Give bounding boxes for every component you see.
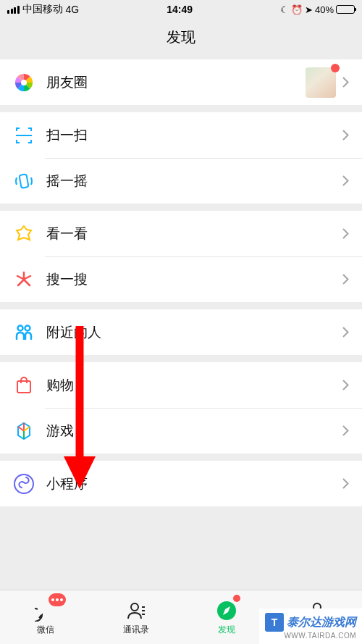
watermark-name: 泰尔达游戏网: [287, 615, 356, 630]
miniprogram-icon: [13, 473, 35, 495]
chevron-right-icon: [342, 228, 349, 240]
look-icon: [13, 223, 35, 245]
row-look[interactable]: 看一看: [0, 211, 362, 256]
scan-icon: [13, 125, 35, 146]
games-icon: [13, 420, 35, 442]
svg-point-9: [131, 603, 138, 611]
status-bar: 中国移动 4G 14:49 ☾ ⏰ ➤ 40%: [0, 0, 362, 19]
svg-rect-5: [17, 381, 30, 393]
discover-icon: [215, 599, 238, 622]
discover-header: 发现: [0, 19, 362, 55]
chevron-right-icon: [342, 77, 349, 88]
row-label: 小程序: [46, 474, 336, 493]
svg-point-4: [25, 325, 30, 330]
signal-icon: [7, 6, 20, 14]
svg-point-1: [21, 80, 27, 85]
watermark: T 泰尔达游戏网 WWW.TAIRDA.COM: [259, 609, 362, 644]
battery-icon: [336, 5, 355, 14]
shopping-icon: [13, 375, 35, 396]
row-shopping[interactable]: 购物: [0, 362, 362, 408]
chevron-right-icon: [342, 327, 349, 338]
row-label: 摇一摇: [46, 172, 336, 191]
tab-contacts[interactable]: 通讯录: [90, 590, 181, 644]
chevron-right-icon: [342, 130, 349, 141]
moments-preview: [306, 67, 336, 98]
row-label: 看一看: [46, 225, 336, 243]
chevron-right-icon: [342, 380, 349, 391]
carrier-label: 中国移动: [22, 3, 63, 16]
chevron-right-icon: [342, 478, 349, 490]
red-dot-icon: [233, 595, 240, 602]
watermark-url: WWW.TAIRDA.COM: [284, 632, 356, 640]
group-miniprogram: 小程序: [0, 461, 362, 506]
chevron-right-icon: [342, 274, 349, 285]
avatar-thumb: [306, 67, 336, 98]
search-icon: [13, 269, 35, 290]
row-scan[interactable]: 扫一扫: [0, 112, 362, 158]
header-title: 发现: [167, 28, 195, 47]
svg-point-3: [18, 325, 23, 330]
tab-label: 通讯录: [123, 624, 149, 636]
row-label: 搜一搜: [46, 270, 336, 289]
alarm-icon: ⏰: [291, 4, 303, 15]
group-nearby: 附近的人: [0, 309, 362, 355]
moon-icon: ☾: [280, 4, 289, 15]
location-icon: ➤: [305, 4, 313, 15]
row-search[interactable]: 搜一搜: [0, 256, 362, 302]
row-miniprogram[interactable]: 小程序: [0, 461, 362, 506]
chevron-right-icon: [342, 425, 349, 437]
row-label: 附近的人: [46, 323, 336, 342]
row-moments[interactable]: 朋友圈: [0, 59, 362, 105]
tab-discover[interactable]: 发现: [181, 590, 272, 644]
status-time: 14:49: [167, 4, 193, 15]
svg-rect-2: [20, 174, 29, 188]
group-moments: 朋友圈: [0, 59, 362, 105]
row-label: 朋友圈: [46, 73, 306, 92]
row-label: 游戏: [46, 422, 336, 440]
group-look-search: 看一看 搜一搜: [0, 211, 362, 302]
tab-label: 发现: [218, 624, 235, 636]
red-dot-icon: [331, 64, 340, 72]
row-label: 扫一扫: [46, 126, 336, 145]
battery-pct: 40%: [315, 4, 334, 15]
shake-icon: [13, 170, 35, 192]
row-nearby[interactable]: 附近的人: [0, 309, 362, 355]
nearby-icon: [13, 322, 35, 343]
network-label: 4G: [66, 4, 80, 15]
svg-point-6: [14, 474, 33, 493]
chevron-right-icon: [342, 175, 349, 187]
tab-chat[interactable]: 微信: [0, 590, 90, 644]
watermark-logo-icon: T: [265, 613, 284, 632]
group-shop-games: 购物 游戏: [0, 362, 362, 453]
tab-label: 微信: [37, 624, 54, 636]
row-label: 购物: [46, 376, 336, 395]
discover-list: 朋友圈 扫一扫 摇一摇: [0, 55, 362, 506]
row-shake[interactable]: 摇一摇: [0, 158, 362, 204]
moments-icon: [13, 72, 35, 93]
unread-badge: [49, 593, 66, 606]
group-scan-shake: 扫一扫 摇一摇: [0, 112, 362, 204]
row-games[interactable]: 游戏: [0, 408, 362, 453]
contacts-icon: [125, 599, 148, 622]
